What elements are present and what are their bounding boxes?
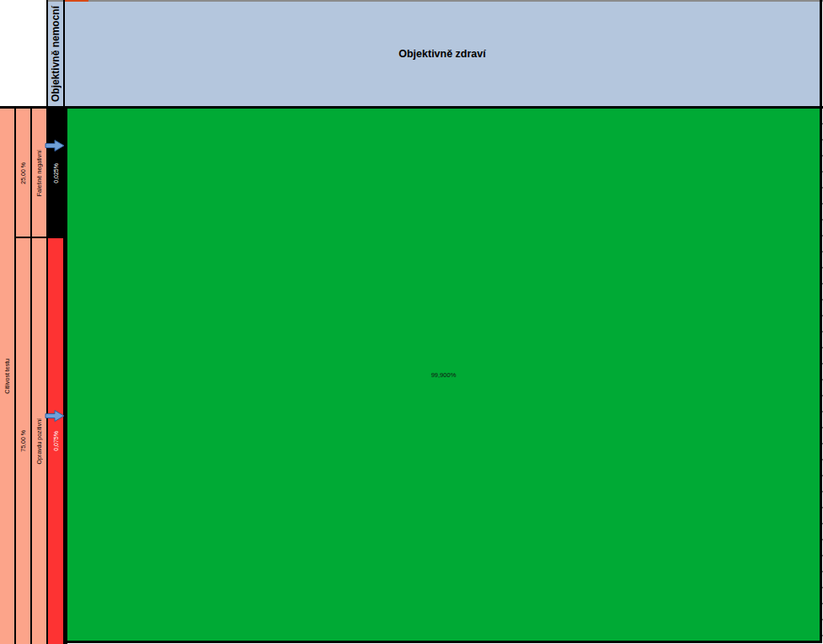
false-negative-name-cell: Falešně negativní bbox=[32, 109, 46, 237]
bottom-border bbox=[65, 641, 820, 643]
divider-line bbox=[46, 0, 48, 109]
divider-line bbox=[65, 106, 67, 644]
row-split-line bbox=[16, 237, 46, 238]
true-positive-value: 0,075% bbox=[53, 431, 59, 451]
true-positive-name-cell: Opravdu pozitivní bbox=[32, 238, 46, 644]
false-negative-cell: 0,025% bbox=[48, 109, 63, 238]
arrow-right-icon bbox=[45, 409, 65, 423]
false-negative-share-cell: 25,00 % bbox=[16, 109, 30, 237]
false-negative-name-label: Falešně negativní bbox=[36, 150, 42, 196]
bayes-mosaic-chart: Objektivně nemocní Objektivně zdraví Cit… bbox=[0, 0, 823, 644]
true-positive-name-label: Opravdu pozitivní bbox=[36, 418, 42, 464]
header-cell-healthy: Objektivně zdraví bbox=[65, 2, 820, 106]
arrow-right-shape bbox=[45, 141, 64, 152]
true-positive-share-label: 75,00 % bbox=[20, 430, 26, 452]
divider-line bbox=[14, 109, 16, 644]
header-bottom-border bbox=[0, 106, 823, 109]
sensitivity-axis-title: Citlivost testu bbox=[4, 359, 10, 394]
true-positive-share-cell: 75,00 % bbox=[16, 238, 30, 644]
divider-line bbox=[46, 109, 48, 644]
header-label-healthy: Objektivně zdraví bbox=[398, 48, 486, 60]
sensitivity-axis-title-cell: Citlivost testu bbox=[0, 109, 14, 644]
header-cell-sick: Objektivně nemocní bbox=[48, 2, 63, 106]
true-positive-cell: 0,075% bbox=[48, 238, 63, 644]
false-negative-value: 0,025% bbox=[53, 163, 59, 184]
true-negative-cell: 99,900% bbox=[67, 109, 820, 641]
arrow-right-shape bbox=[45, 411, 64, 422]
header-label-sick: Objektivně nemocní bbox=[50, 6, 61, 102]
false-negative-share-label: 25,00 % bbox=[20, 162, 26, 184]
arrow-right-icon bbox=[45, 139, 65, 152]
divider-line bbox=[30, 109, 32, 644]
true-negative-value: 99,900% bbox=[431, 371, 457, 379]
